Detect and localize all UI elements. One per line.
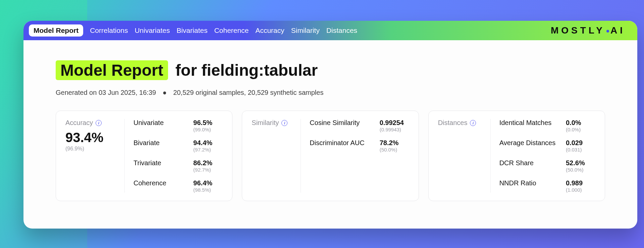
row-value: 86.2%: [193, 159, 223, 167]
card-similarity-title-text: Similarity: [252, 119, 279, 127]
row-value: 52.6%: [566, 159, 595, 167]
brand: MOSTLYAI: [551, 25, 625, 36]
meta-generated: 03 Jun 2025, 16:39: [99, 89, 156, 96]
card-accuracy-rows: Univariate 96.5% (99.0%) Bivariate 94.4%…: [133, 119, 223, 193]
brand-dot-icon: [606, 30, 609, 33]
row-value: 78.2%: [380, 139, 409, 147]
card-accuracy-title-text: Accuracy: [65, 119, 93, 127]
row-sub: (1.000): [566, 187, 595, 193]
card-similarity-title: Similarity i: [252, 119, 292, 127]
accuracy-overall-sub: (96.9%): [65, 146, 116, 152]
table-row: Discriminator AUC 78.2% (50.0%): [310, 139, 409, 152]
row-value: 96.4%: [193, 179, 223, 187]
card-accuracy-title: Accuracy i: [65, 119, 116, 127]
topbar: Model Report Correlations Univariates Bi…: [23, 21, 637, 40]
row-value: 0.989: [566, 179, 595, 187]
row-value: 94.4%: [193, 139, 223, 147]
title-rest: for fielding:tabular: [175, 61, 318, 79]
card-similarity: Similarity i Cosine Similarity 0.99254 (…: [242, 111, 419, 201]
table-row: Coherence 96.4% (98.5%): [133, 179, 223, 193]
brand-text: MOSTLYAI: [551, 25, 625, 36]
table-row: Average Distances 0.029 (0.031): [499, 139, 595, 152]
row-label: Coherence: [133, 179, 166, 187]
row-sub: (99.0%): [193, 127, 223, 132]
card-distances-rows: Identical Matches 0.0% (0.0%) Average Di…: [499, 119, 595, 193]
meta-line: Generated on 03 Jun 2025, 16:39 ● 20,529…: [56, 89, 605, 97]
page-title: Model Report for fielding:tabular: [56, 60, 605, 80]
card-distances-title: Distances i: [438, 119, 482, 127]
divider: [301, 119, 301, 193]
tab-coherence[interactable]: Coherence: [214, 26, 249, 35]
tab-bivariates[interactable]: Bivariates: [176, 26, 207, 35]
card-distances-title-text: Distances: [438, 119, 468, 127]
card-similarity-summary: Similarity i: [252, 119, 292, 193]
row-label: Trivariate: [133, 159, 161, 167]
row-sub: (50.0%): [566, 167, 595, 173]
title-highlight: Model Report: [56, 60, 168, 80]
row-value: 0.029: [566, 139, 595, 147]
divider: [124, 119, 125, 193]
meta-generated-prefix: Generated on: [56, 89, 97, 96]
card-similarity-rows: Cosine Similarity 0.99254 (0.99943) Disc…: [310, 119, 409, 193]
table-row: DCR Share 52.6% (50.0%): [499, 159, 595, 173]
cards: Accuracy i 93.4% (96.9%) Univariate 96.5…: [56, 111, 605, 201]
row-label: Identical Matches: [499, 119, 552, 127]
row-value: 96.5%: [193, 119, 223, 127]
row-sub: (97.2%): [193, 147, 223, 152]
info-icon[interactable]: i: [281, 120, 287, 126]
report-window: Model Report Correlations Univariates Bi…: [23, 21, 637, 229]
table-row: Univariate 96.5% (99.0%): [133, 119, 223, 132]
meta-samples: 20,529 original samples, 20,529 syntheti…: [173, 89, 323, 96]
row-label: Univariate: [133, 119, 164, 127]
content: Model Report for fielding:tabular Genera…: [23, 40, 637, 214]
table-row: Identical Matches 0.0% (0.0%): [499, 119, 595, 132]
tab-model-report[interactable]: Model Report: [29, 24, 83, 37]
row-label: Bivariate: [133, 139, 160, 147]
row-sub: (92.7%): [193, 167, 223, 173]
table-row: Bivariate 94.4% (97.2%): [133, 139, 223, 152]
divider: [490, 119, 491, 193]
table-row: Trivariate 86.2% (92.7%): [133, 159, 223, 173]
tab-accuracy[interactable]: Accuracy: [255, 26, 284, 35]
row-sub: (0.0%): [566, 127, 595, 132]
row-label: Cosine Similarity: [310, 119, 360, 127]
card-distances: Distances i Identical Matches 0.0% (0.0%…: [428, 111, 605, 201]
row-label: NNDR Ratio: [499, 179, 536, 187]
tab-distances[interactable]: Distances: [326, 26, 357, 35]
row-label: Discriminator AUC: [310, 139, 364, 147]
row-label: DCR Share: [499, 159, 534, 167]
tab-univariates[interactable]: Univariates: [135, 26, 170, 35]
row-sub: (0.99943): [380, 127, 409, 132]
tab-correlations[interactable]: Correlations: [90, 26, 128, 35]
row-value: 0.99254: [380, 119, 409, 127]
card-accuracy: Accuracy i 93.4% (96.9%) Univariate 96.5…: [56, 111, 232, 201]
card-accuracy-summary: Accuracy i 93.4% (96.9%): [65, 119, 116, 193]
info-icon[interactable]: i: [96, 120, 102, 126]
table-row: Cosine Similarity 0.99254 (0.99943): [310, 119, 409, 132]
tab-similarity[interactable]: Similarity: [291, 26, 320, 35]
info-icon[interactable]: i: [470, 120, 476, 126]
table-row: NNDR Ratio 0.989 (1.000): [499, 179, 595, 193]
accuracy-overall: 93.4%: [65, 130, 116, 145]
row-value: 0.0%: [566, 119, 595, 127]
meta-separator: ●: [163, 89, 167, 96]
row-sub: (98.5%): [193, 187, 223, 193]
row-sub: (0.031): [566, 147, 595, 152]
tabs: Model Report Correlations Univariates Bi…: [29, 24, 357, 37]
row-sub: (50.0%): [380, 147, 409, 152]
card-distances-summary: Distances i: [438, 119, 482, 193]
row-label: Average Distances: [499, 139, 556, 147]
